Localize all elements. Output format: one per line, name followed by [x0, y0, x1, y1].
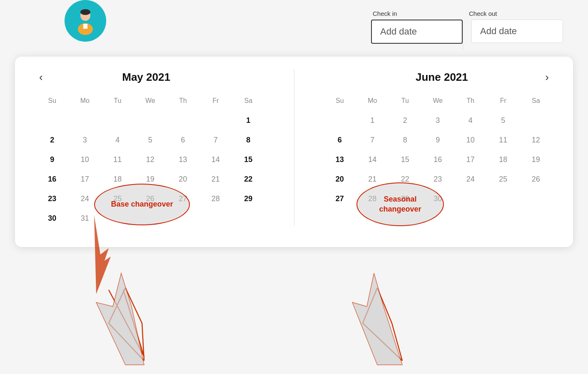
table-row[interactable]: 3	[421, 113, 454, 128]
svg-marker-6	[94, 215, 111, 294]
base-changeover-callout: Base changeover	[94, 184, 190, 225]
prev-month-button[interactable]: ‹	[36, 69, 46, 85]
calendar-divider	[294, 69, 294, 226]
table-row[interactable]: 25	[487, 172, 520, 187]
table-row[interactable]: 24	[454, 172, 487, 187]
june-day-20[interactable]: 20	[324, 172, 356, 187]
table-row[interactable]: 10	[454, 132, 487, 148]
may-day-16[interactable]: 16	[36, 172, 69, 187]
next-month-button[interactable]: ›	[542, 69, 552, 85]
table-row[interactable]: 8	[389, 132, 422, 148]
day-header-tu-june: Tu	[389, 97, 422, 109]
table-row[interactable]: 21	[199, 172, 232, 187]
table-row[interactable]: 1	[356, 113, 389, 128]
table-row[interactable]: 18	[487, 152, 520, 167]
may-day-9[interactable]: 9	[36, 152, 69, 167]
table-row[interactable]: 6	[167, 132, 199, 148]
may-day-2[interactable]: 2	[36, 132, 69, 148]
table-row[interactable]: 7	[356, 132, 389, 148]
june-day-6[interactable]: 6	[324, 132, 356, 148]
day-header-sa: Sa	[232, 97, 265, 109]
table-row[interactable]	[199, 113, 232, 128]
table-row[interactable]: 13	[167, 152, 199, 167]
table-row[interactable]: 12	[520, 132, 553, 148]
day-header-sa-june: Sa	[520, 97, 553, 109]
checkout-field[interactable]: Check out Add date	[467, 10, 563, 43]
seasonal-changeover-callout: Seasonalchangeover	[356, 182, 444, 226]
table-row[interactable]: 11	[101, 152, 134, 167]
may-title: May 2021	[122, 71, 170, 84]
table-row[interactable]: 17	[454, 152, 487, 167]
table-row[interactable]: 11	[487, 132, 520, 148]
may-day-8[interactable]: 8	[232, 132, 265, 148]
base-changeover-label: Base changeover	[111, 199, 173, 209]
day-header-su: Su	[36, 97, 69, 109]
may-day-15[interactable]: 15	[232, 152, 265, 167]
table-row[interactable]: 26	[520, 172, 553, 187]
table-row[interactable]: 14	[199, 152, 232, 167]
table-row[interactable]: 5	[487, 113, 520, 128]
day-header-tu: Tu	[101, 97, 134, 109]
table-row[interactable]: 15	[389, 152, 422, 167]
day-header-su-june: Su	[324, 97, 356, 109]
day-header-we: We	[134, 97, 167, 109]
table-row[interactable]: 17	[69, 172, 102, 187]
june-day-27[interactable]: 27	[324, 191, 356, 207]
day-header-fr: Fr	[199, 97, 232, 109]
may-day-30[interactable]: 30	[36, 211, 69, 226]
svg-line-7	[109, 290, 144, 357]
june-title: June 2021	[416, 71, 468, 84]
table-row[interactable]: 23	[421, 172, 454, 187]
table-row[interactable]: 20	[167, 172, 199, 187]
checkout-input[interactable]: Add date	[471, 20, 563, 43]
table-row[interactable]: 3	[69, 132, 102, 148]
svg-point-1	[80, 9, 90, 15]
day-header-th: Th	[167, 97, 199, 109]
table-row[interactable]: 16	[421, 152, 454, 167]
table-row[interactable]: 10	[69, 152, 102, 167]
table-row[interactable]: 2	[389, 113, 422, 128]
table-row[interactable]: 4	[454, 113, 487, 128]
checkin-label: Check in	[371, 10, 463, 17]
day-header-we-june: We	[421, 97, 454, 109]
june-day-13[interactable]: 13	[324, 152, 356, 167]
table-row[interactable]: 19	[520, 152, 553, 167]
day-header-th-june: Th	[454, 97, 487, 109]
table-row[interactable]: 28	[199, 191, 232, 207]
checkin-input[interactable]: Add date	[371, 20, 463, 44]
table-row[interactable]: 5	[134, 132, 167, 148]
may-day-22[interactable]: 22	[232, 172, 265, 187]
checkin-field[interactable]: Check in Add date	[371, 10, 463, 44]
svg-line-8	[123, 290, 144, 357]
table-row[interactable]: 14	[356, 152, 389, 167]
day-header-fr-june: Fr	[487, 97, 520, 109]
seasonal-changeover-label: Seasonalchangeover	[379, 194, 421, 214]
table-row[interactable]: 7	[199, 132, 232, 148]
table-row[interactable]: 31	[69, 211, 102, 226]
may-day-23[interactable]: 23	[36, 191, 69, 207]
table-row[interactable]: 12	[134, 152, 167, 167]
checkout-label: Check out	[467, 10, 563, 17]
day-header-mo-june: Mo	[356, 97, 389, 109]
may-day-29[interactable]: 29	[232, 191, 265, 207]
table-row[interactable]: 9	[421, 132, 454, 148]
table-row[interactable]: 4	[101, 132, 134, 148]
may-day-1[interactable]: 1	[232, 113, 265, 128]
avatar	[65, 0, 106, 42]
june-grid: Su Mo Tu We Th Fr Sa 1 2 3 4 5 6	[324, 97, 553, 207]
day-header-mo: Mo	[69, 97, 102, 109]
